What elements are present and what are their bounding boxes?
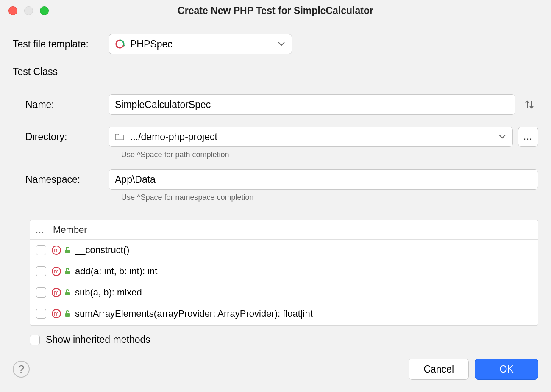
template-value: PHPSpec	[130, 39, 173, 50]
lock-open-icon	[64, 310, 71, 317]
cancel-button[interactable]: Cancel	[409, 359, 469, 380]
folder-icon	[115, 133, 124, 141]
svg-text:m: m	[54, 310, 59, 317]
svg-rect-6	[65, 271, 70, 274]
member-checkbox[interactable]	[36, 309, 46, 319]
member-signature: __construct()	[75, 245, 129, 256]
phpspec-icon	[115, 39, 125, 49]
method-icon: m	[51, 309, 61, 319]
maximize-window-button[interactable]	[40, 6, 49, 15]
lock-open-icon	[64, 247, 71, 254]
template-dropdown[interactable]: PHPSpec	[109, 34, 292, 54]
members-table: … Member m__construct()madd(a: int, b: i…	[30, 220, 538, 326]
sort-arrows-icon	[524, 99, 535, 110]
namespace-hint: Use ^Space for namespace completion	[121, 193, 538, 202]
dialog-window: Create New PHP Test for SimpleCalculator…	[0, 0, 551, 392]
method-icon: m	[51, 266, 61, 276]
method-icon: m	[51, 245, 61, 255]
window-title: Create New PHP Test for SimpleCalculator	[0, 5, 551, 17]
method-icon: m	[51, 287, 61, 298]
member-signature: add(a: int, b: int): int	[75, 266, 157, 277]
sort-toggle-button[interactable]	[520, 96, 538, 113]
ok-button[interactable]: OK	[475, 359, 538, 380]
chevron-down-icon	[499, 135, 506, 139]
member-row[interactable]: msumArrayElements(arrayProvider: ArrayPr…	[30, 303, 538, 324]
titlebar: Create New PHP Test for SimpleCalculator	[0, 0, 551, 21]
close-window-button[interactable]	[8, 6, 17, 15]
chevron-down-icon	[278, 42, 285, 46]
member-signature: sub(a, b): mixed	[75, 287, 142, 298]
show-inherited-checkbox[interactable]	[30, 335, 40, 345]
minimize-window-button[interactable]	[24, 6, 33, 15]
namespace-input[interactable]	[109, 169, 538, 190]
directory-value: .../demo-php-project	[130, 131, 217, 143]
member-row[interactable]: m__construct()	[30, 240, 538, 261]
header-col-member: Member	[50, 224, 87, 235]
lock-open-icon	[64, 268, 71, 275]
header-col-blank: …	[30, 224, 50, 235]
show-inherited-label: Show inherited methods	[46, 334, 150, 345]
section-header: Test Class	[13, 66, 538, 77]
dialog-footer: ? Cancel OK	[0, 355, 551, 392]
svg-text:m: m	[54, 247, 59, 254]
member-checkbox[interactable]	[36, 245, 46, 255]
member-signature: sumArrayElements(arrayProvider: ArrayPro…	[75, 308, 313, 319]
svg-text:m: m	[54, 289, 59, 296]
traffic-lights	[8, 6, 49, 15]
member-checkbox[interactable]	[36, 287, 46, 298]
lock-open-icon	[64, 289, 71, 296]
member-row[interactable]: madd(a: int, b: int): int	[30, 261, 538, 282]
svg-text:m: m	[54, 268, 59, 275]
svg-rect-12	[65, 313, 70, 317]
dialog-content: Test file template: PHPSpec Test Class N…	[0, 21, 551, 355]
template-label: Test file template:	[13, 39, 109, 50]
directory-hint: Use ^Space for path completion	[121, 150, 538, 159]
member-checkbox[interactable]	[36, 266, 46, 276]
namespace-label: Namespace:	[13, 174, 109, 185]
directory-label: Directory:	[13, 131, 109, 143]
svg-rect-3	[65, 250, 70, 253]
section-legend: Test Class	[13, 66, 58, 77]
name-label: Name:	[13, 99, 109, 110]
name-input[interactable]	[109, 94, 515, 115]
help-button[interactable]: ?	[13, 361, 30, 378]
section-divider	[65, 72, 538, 72]
svg-rect-9	[65, 292, 70, 295]
browse-directory-button[interactable]: …	[518, 127, 538, 147]
member-row[interactable]: msub(a, b): mixed	[30, 282, 538, 303]
members-header: … Member	[30, 220, 538, 240]
directory-dropdown[interactable]: .../demo-php-project	[109, 127, 513, 147]
